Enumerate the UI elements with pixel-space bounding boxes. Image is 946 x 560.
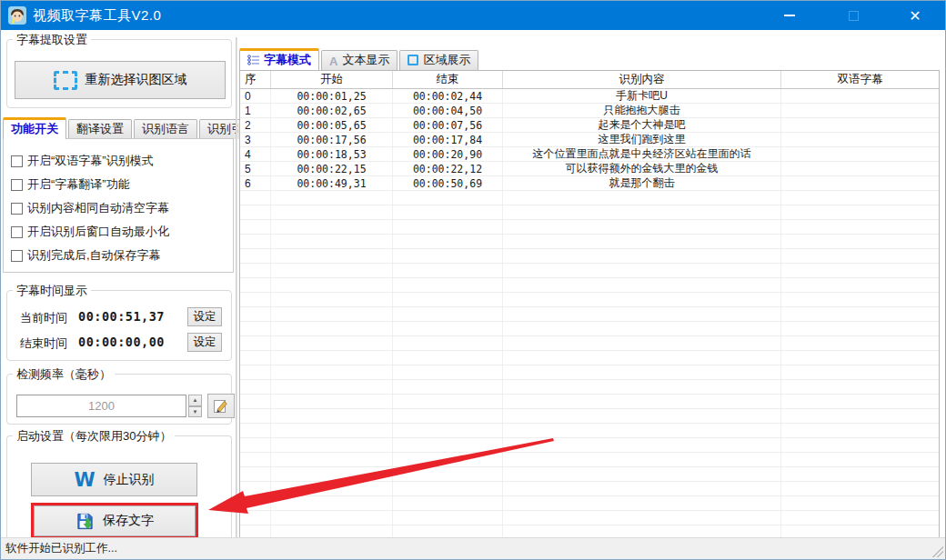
table-cell [503,264,781,277]
table-cell [240,293,271,306]
table-cell [393,249,503,263]
table-empty-row [240,278,939,293]
table-row[interactable]: 200:00:05,6500:00:07,56起来是个大神是吧 [240,118,939,133]
column-header-end[interactable]: 结束 [393,71,503,88]
table-cell [781,293,939,306]
column-header-bilingual[interactable]: 双语字幕 [781,71,939,88]
table-header: 序 开始 结束 识别内容 双语字幕 [240,71,939,89]
stop-recognition-button[interactable]: W 停止识别 [31,463,197,496]
table-row[interactable]: 000:00:01,2500:00:02,44手新卡吧U [240,89,939,104]
table-cell: 00:00:50,69 [393,176,503,190]
table-cell [393,351,503,365]
table-cell: 起来是个大神是吧 [503,118,781,132]
minimize-button[interactable] [758,1,821,30]
edit-frequency-button[interactable] [207,394,235,418]
table-cell [271,264,393,277]
table-cell [271,482,393,495]
table-row[interactable]: 300:00:17,5600:00:17,84这里我们跑到这里 [240,133,939,147]
spinner-down-button[interactable]: ▼ [188,406,202,418]
checkbox-icon [11,155,23,167]
frequency-input[interactable] [16,395,186,417]
table-row[interactable]: 100:00:02,6500:00:04,50只能抱抱大腿击 [240,104,939,118]
save-annotation-rectangle: 保存文字 [31,503,198,539]
checkbox-auto-minimize[interactable]: 开启识别后窗口自动最小化 [11,220,233,244]
table-cell [781,380,939,394]
end-time-value: 00:00:00,00 [78,335,165,349]
table-cell [240,264,271,277]
table-cell [271,380,393,394]
table-cell [240,205,271,219]
extract-settings-group: 字幕提取设置 重新选择识图区域 [6,39,232,108]
resize-grip-icon[interactable] [932,546,943,557]
save-floppy-icon [75,512,95,531]
selection-region-icon [54,71,77,90]
tab-subtitle-mode[interactable]: 字幕模式 [239,48,319,70]
table-empty-row [240,424,939,438]
start-settings-title: 启动设置（每次限用30分钟） [13,428,175,445]
table-cell [240,467,271,481]
table-cell: 00:00:22,15 [271,162,393,175]
triangle-down-icon: ▼ [193,409,198,415]
tab-text-display[interactable]: A文本显示 [321,50,398,70]
table-cell [240,249,271,263]
table-cell [240,424,271,437]
maximize-button[interactable] [821,1,885,30]
table-empty-row [240,191,939,205]
table-row[interactable]: 500:00:22,1500:00:22,12可以获得额外的金钱大里的金钱 [240,162,939,176]
subtitle-time-group: 字幕时间显示 当前时间 00:00:51,37 设定 结束时间 00:00:00… [6,290,232,361]
set-end-time-button[interactable]: 设定 [187,333,222,352]
reselect-region-button[interactable]: 重新选择识图区域 [15,61,226,99]
column-header-content[interactable]: 识别内容 [503,71,781,88]
table-cell [781,191,939,205]
checkbox-icon [11,179,23,191]
table-empty-row [240,307,939,322]
tab-translate-settings[interactable]: 翻译设置 [68,119,132,139]
column-header-index[interactable]: 序 [240,71,271,88]
table-cell [503,511,781,525]
tab-region-display[interactable]: 区域展示 [399,50,478,70]
table-cell: 00:00:22,12 [393,162,503,175]
table-cell: 0 [240,89,271,103]
table-cell [503,191,781,205]
table-cell: 00:00:20,90 [393,147,503,161]
extract-settings-title: 字幕提取设置 [13,32,91,48]
checkbox-subtitle-translate[interactable]: 开启“字幕翻译”功能 [11,173,233,196]
table-cell [393,438,503,452]
table-cell [503,351,781,365]
checkbox-label: 开启“双语字幕”识别模式 [27,153,154,169]
spinner-up-button[interactable]: ▲ [188,395,202,406]
table-empty-row [240,395,939,409]
close-button[interactable]: ✕ [885,1,945,30]
table-cell [781,322,939,335]
table-empty-row [240,249,939,264]
column-header-start[interactable]: 开始 [271,71,393,88]
table-cell [271,467,393,481]
table-row[interactable]: 600:00:49,3100:00:50,69就是那个翻击 [240,176,939,191]
table-cell: 00:00:02,65 [271,104,393,117]
list-icon [247,55,259,65]
table-cell [240,278,271,292]
panel-splitter[interactable] [236,37,237,539]
checkbox-bilingual-mode[interactable]: 开启“双语字幕”识别模式 [11,149,233,173]
set-current-time-button[interactable]: 设定 [187,307,222,326]
subtitle-table: 序 开始 结束 识别内容 双语字幕 000:00:01,2500:00:02,4… [239,70,940,544]
table-cell [781,409,939,423]
tab-function-switch[interactable]: 功能开关 [3,117,66,139]
table-cell [781,235,939,248]
table-row[interactable]: 400:00:18,5300:00:20,90这个位置里面点就是中央经济区站在里… [240,147,939,162]
checkbox-auto-save[interactable]: 识别完成后,自动保存字幕 [11,244,233,267]
save-text-label: 保存文字 [103,513,154,529]
app-icon [8,6,26,25]
table-cell [781,307,939,321]
table-cell [393,235,503,248]
table-cell [271,395,393,408]
tab-recognition-language[interactable]: 识别语言 [134,119,197,139]
save-text-button[interactable]: 保存文字 [34,505,196,536]
table-cell [393,395,503,408]
table-cell: 2 [240,118,271,132]
table-cell [781,438,939,452]
checkbox-auto-clear-duplicate[interactable]: 识别内容相同自动清空字幕 [11,196,233,220]
table-cell [240,351,271,365]
checkbox-label: 识别完成后,自动保存字幕 [27,247,161,264]
end-time-row: 结束时间 00:00:00,00 设定 [7,333,231,353]
